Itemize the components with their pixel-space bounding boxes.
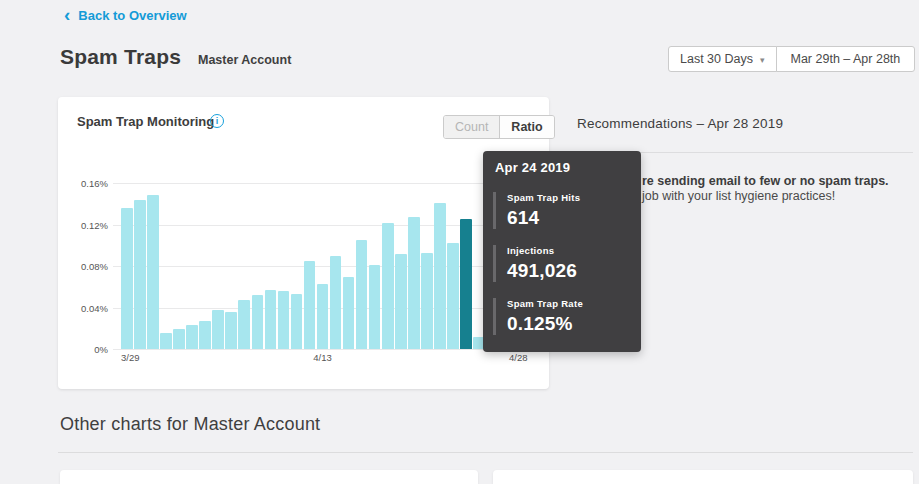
tooltip-stat-rate: Spam Trap Rate 0.125% — [493, 298, 629, 335]
date-range-value: Mar 29th – Apr 28th — [791, 52, 901, 66]
recommendations-heading: Recommendations – Apr 28 2019 — [577, 116, 783, 131]
tooltip-stat-injections: Injections 491,026 — [493, 245, 629, 282]
y-tick-label: 0% — [94, 344, 108, 355]
spam-trap-monitoring-card: Spam Trap Monitoring i Count Ratio 0.16%… — [58, 97, 549, 389]
y-tick-label: 0.12% — [81, 220, 108, 231]
chart-bar[interactable] — [121, 208, 133, 349]
chart-bar[interactable] — [317, 284, 329, 349]
y-tick-label: 0.08% — [81, 261, 108, 272]
chart-bar[interactable] — [421, 253, 433, 349]
chart-bar[interactable] — [356, 240, 368, 349]
recommendation-text-bold: re sending email to few or no spam traps… — [642, 174, 889, 188]
chart-bar[interactable] — [160, 333, 172, 349]
y-tick-label: 0.16% — [81, 178, 108, 189]
chart-bar[interactable] — [447, 243, 459, 349]
bar-plot — [121, 183, 533, 349]
chart-bar[interactable] — [395, 254, 407, 349]
section-divider — [58, 452, 913, 453]
date-range-display[interactable]: Mar 29th – Apr 28th — [776, 46, 916, 72]
count-ratio-toggle: Count Ratio — [443, 115, 555, 139]
recommendation-text: job with your list hygiene practices! — [642, 189, 835, 203]
account-name: Master Account — [198, 53, 291, 67]
date-range-dropdown-label: Last 30 Days — [680, 52, 753, 66]
tooltip-stat-value: 614 — [507, 207, 629, 229]
chart-bar[interactable] — [343, 277, 355, 349]
chart-x-axis: 3/294/134/28 — [121, 352, 533, 366]
tooltip-stat-value: 0.125% — [507, 313, 629, 335]
date-range-controls: Last 30 Days ▾ Mar 29th – Apr 28th — [668, 46, 915, 72]
chart-bar[interactable] — [369, 265, 381, 349]
toggle-count-button[interactable]: Count — [444, 116, 500, 138]
back-link-label: Back to Overview — [78, 8, 186, 23]
chart-bar[interactable] — [173, 329, 185, 349]
tooltip-stat-hits: Spam Trap Hits 614 — [493, 192, 629, 229]
other-chart-card-left — [60, 470, 478, 484]
chart-bar[interactable] — [382, 223, 394, 349]
tooltip-stat-label: Spam Trap Hits — [507, 192, 629, 204]
y-tick-label: 0.04% — [81, 303, 108, 314]
chart-bar[interactable] — [265, 290, 277, 349]
chart-bar[interactable] — [147, 195, 159, 349]
tooltip-stat-label: Spam Trap Rate — [507, 298, 629, 310]
tooltip-stat-label: Injections — [507, 245, 629, 257]
toggle-ratio-button[interactable]: Ratio — [500, 116, 553, 138]
chart-bar[interactable] — [252, 295, 264, 349]
x-tick-label: 3/29 — [121, 352, 140, 363]
chart-bar[interactable] — [225, 312, 237, 349]
tooltip-stat-value: 491,026 — [507, 260, 629, 282]
chart-bar[interactable] — [278, 291, 290, 349]
other-chart-card-right — [493, 470, 913, 484]
chart-bar[interactable] — [434, 203, 446, 349]
page-title: Spam Traps — [60, 45, 181, 69]
chart-bar[interactable] — [238, 300, 250, 349]
chart-bar-highlighted[interactable] — [460, 219, 472, 349]
chart-bar[interactable] — [304, 261, 316, 349]
chart-bar[interactable] — [291, 294, 303, 349]
chart-title: Spam Trap Monitoring — [77, 114, 214, 129]
chevron-left-icon: ‹ — [64, 8, 70, 22]
chart-tooltip: Apr 24 2019 Spam Trap Hits 614 Injection… — [483, 151, 641, 352]
chart-bar[interactable] — [134, 200, 146, 349]
chart-bar[interactable] — [186, 325, 198, 349]
tooltip-date: Apr 24 2019 — [495, 160, 629, 176]
chart-bar[interactable] — [408, 217, 420, 349]
x-tick-label: 4/28 — [509, 352, 528, 363]
caret-down-icon: ▾ — [760, 55, 765, 65]
chart-bar[interactable] — [212, 310, 224, 349]
info-icon[interactable]: i — [210, 114, 224, 128]
page: ‹ Back to Overview Spam Traps Master Acc… — [0, 0, 919, 484]
back-to-overview-link[interactable]: ‹ Back to Overview — [64, 8, 187, 23]
chart-y-axis: 0.16%0.12%0.08%0.04%0% — [66, 183, 108, 349]
other-charts-heading: Other charts for Master Account — [60, 414, 320, 435]
x-tick-label: 4/13 — [313, 352, 332, 363]
chart-bar[interactable] — [199, 321, 211, 349]
chart-bar[interactable] — [330, 256, 342, 349]
gridline — [113, 349, 532, 350]
date-range-dropdown[interactable]: Last 30 Days ▾ — [668, 46, 777, 72]
